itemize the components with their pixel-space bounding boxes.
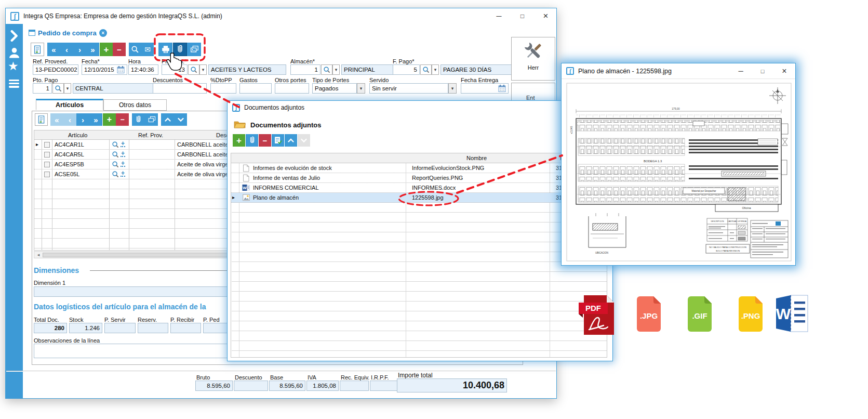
line-attach-button[interactable] — [132, 113, 145, 126]
cell-descripcion[interactable]: Informe de ventas de Julio — [253, 175, 320, 181]
gallery-button[interactable] — [187, 43, 201, 56]
line-move-down-button[interactable] — [174, 113, 187, 126]
last-record-button[interactable]: » — [86, 43, 99, 56]
dtopp-field[interactable] — [210, 83, 236, 94]
user-icon[interactable] — [8, 47, 20, 58]
ptopago-dropdown-icon[interactable]: ▾ — [64, 83, 71, 94]
servido-dropdown-icon[interactable]: ▾ — [448, 83, 457, 94]
report-button[interactable] — [31, 43, 44, 56]
add-article-icon[interactable]: + — [121, 171, 125, 177]
herramientas-button[interactable]: Herr — [511, 37, 555, 81]
preview-maximize-button[interactable]: □ — [752, 63, 773, 78]
attachment-row[interactable]: W INFORMES COMERCIAL INFORMES.docx 31/ — [231, 183, 607, 193]
print-button[interactable] — [158, 43, 172, 56]
tipo-portes-select[interactable]: Pagados — [312, 83, 357, 94]
tab-pedido-de-compra[interactable]: Pedido de compra × — [29, 27, 107, 38]
close-button[interactable]: × — [534, 8, 557, 23]
ptopago-lookup-button[interactable] — [52, 83, 64, 94]
cell-descripcion[interactable]: INFORMES COMERCIAL — [253, 185, 319, 191]
descuentos-field[interactable] — [153, 83, 207, 94]
cell-descripcion[interactable]: Aceite de oliva virge — [177, 161, 228, 167]
tab-otros-datos[interactable]: Otros datos — [103, 99, 167, 111]
line-delete-button[interactable]: − — [116, 113, 129, 126]
line-move-up-button[interactable] — [161, 113, 174, 126]
add-article-icon[interactable]: + — [121, 141, 125, 147]
fecha-field[interactable]: 12/10/2015 — [82, 64, 127, 75]
proveed-code-field[interactable]: 13 — [162, 64, 188, 75]
line-next-button[interactable]: › — [76, 113, 89, 126]
cell-descripcion[interactable]: CARBONELL aceite — [177, 141, 229, 148]
menu-icon[interactable] — [9, 78, 19, 89]
lookup-icon[interactable] — [112, 161, 119, 168]
row-checkbox[interactable] — [44, 172, 50, 177]
maximize-button[interactable]: □ — [511, 8, 534, 23]
favorites-star-icon[interactable]: ★ — [8, 60, 19, 72]
attach-move-down-button[interactable] — [298, 134, 310, 147]
dialog-titlebar[interactable]: ∫ Documentos adjuntos — [228, 101, 612, 114]
attach-add-button[interactable]: + — [233, 134, 245, 147]
col-ref-prov[interactable]: Ref. Prov. — [138, 132, 163, 138]
lookup-icon[interactable] — [112, 151, 119, 159]
tab-articulos[interactable]: Artículos — [36, 99, 103, 110]
fpago-name-field[interactable]: PAGARE 30 DÍAS — [440, 64, 517, 75]
attachment-row-selected[interactable]: ▸ Plano de almacén 1225598.jpg 31/ — [231, 193, 607, 203]
col-nombre[interactable]: Nombre — [466, 155, 487, 161]
cell-descripcion[interactable]: Aceite de oliva virge — [177, 171, 228, 177]
line-add-button[interactable]: + — [103, 113, 116, 126]
cell-articulo[interactable]: AC4CAR1L — [55, 141, 84, 148]
attachment-row[interactable]: Informes de evolución de stock InformeEv… — [231, 163, 607, 173]
proveed-name-field[interactable]: ACEITES Y LACTEOS — [208, 64, 286, 75]
cell-articulo[interactable]: AC4CAR5L — [55, 151, 84, 158]
attachment-row[interactable]: Informe de ventas de Julio ReportQueries… — [231, 173, 607, 183]
delete-record-button[interactable]: − — [113, 43, 126, 56]
line-prev-button[interactable]: ‹ — [63, 113, 76, 126]
search-button[interactable] — [129, 43, 141, 56]
hora-field[interactable]: 12:40:36 — [128, 64, 158, 75]
row-checkbox[interactable] — [44, 142, 50, 148]
ptopago-code-field[interactable]: 1 — [33, 83, 52, 94]
line-gallery-button[interactable] — [145, 113, 158, 126]
tab-close-icon[interactable]: × — [99, 29, 107, 37]
proveed-lookup-button[interactable] — [188, 64, 199, 75]
attach-delete-button[interactable]: − — [259, 134, 271, 147]
line-report-button[interactable] — [35, 113, 48, 126]
line-first-button[interactable]: « — [50, 113, 63, 126]
cell-descripcion[interactable]: CARBONELL aceite — [177, 151, 229, 158]
cell-descripcion[interactable]: Informes de evolución de stock — [253, 165, 332, 171]
attach-checklist-button[interactable] — [272, 134, 284, 147]
minimize-button[interactable]: ─ — [487, 8, 511, 23]
prev-record-button[interactable]: ‹ — [60, 43, 73, 56]
tipo-portes-dropdown-icon[interactable]: ▾ — [357, 83, 365, 94]
main-titlebar[interactable]: ∫ Integra QS Empresa: Empresa de demo ge… — [6, 8, 556, 24]
lookup-icon[interactable] — [112, 171, 119, 178]
gastos-field[interactable] — [239, 83, 272, 94]
line-last-button[interactable]: » — [89, 113, 102, 126]
cell-articulo[interactable]: AC4ESP5B — [55, 161, 84, 167]
attach-move-up-button[interactable] — [285, 134, 297, 147]
cell-descripcion[interactable]: Plano de almacén — [253, 194, 299, 201]
attachments-button[interactable] — [173, 43, 187, 56]
almacen-code-field[interactable]: 1 — [290, 64, 321, 75]
row-checkbox[interactable] — [44, 152, 50, 158]
expand-chevron-icon[interactable] — [10, 30, 18, 42]
add-article-icon[interactable]: + — [121, 151, 125, 157]
scroll-left-icon[interactable]: ◂ — [34, 252, 43, 257]
ptopago-name-field[interactable]: CENTRAL — [73, 83, 157, 94]
first-record-button[interactable]: « — [47, 43, 60, 56]
cell-nombre[interactable]: INFORMES.docx — [412, 185, 456, 191]
calendar-icon[interactable] — [498, 84, 506, 93]
servido-select[interactable]: Sin servir — [369, 83, 448, 94]
fecha-entrega-field[interactable] — [461, 83, 509, 94]
fpago-dropdown-icon[interactable]: ▾ — [432, 64, 439, 75]
ref-proveed-field[interactable]: 13-PEDC00002 — [33, 64, 78, 75]
fpago-lookup-button[interactable] — [420, 64, 432, 75]
cell-nombre[interactable]: ReportQueries.PNG — [412, 175, 463, 181]
add-record-button[interactable]: + — [100, 43, 113, 56]
preview-minimize-button[interactable]: ─ — [730, 63, 752, 78]
cell-articulo[interactable]: ACSE05L — [55, 171, 79, 177]
otros-portes-field[interactable] — [275, 83, 309, 94]
lookup-icon[interactable] — [112, 141, 119, 149]
mail-button[interactable]: ✉ — [141, 43, 154, 56]
preview-close-button[interactable]: × — [773, 63, 795, 78]
calendar-icon[interactable] — [117, 66, 125, 74]
